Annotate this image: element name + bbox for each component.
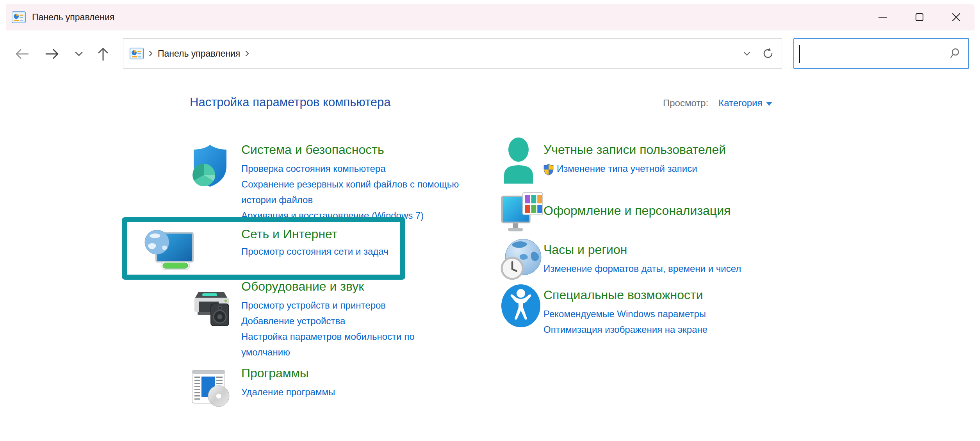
category-text-block: Учетные записи пользователейИзменение ти…	[543, 141, 726, 184]
task-link[interactable]: Оптимизация изображения на экране	[543, 322, 707, 337]
category-link-row: Оптимизация изображения на экране	[543, 322, 707, 337]
category-link-row: Просмотр устройств и принтеров	[241, 298, 460, 313]
control-panel-window: { "window": { "title": "Панель управлени…	[0, 0, 980, 441]
task-link[interactable]: Изменение форматов даты, времени и чисел	[543, 261, 741, 277]
breadcrumb-location[interactable]: Панель управления	[158, 48, 240, 59]
back-button[interactable]	[13, 45, 30, 62]
close-icon	[951, 12, 961, 22]
category-section-clock-region: Часы и регионИзменение форматов даты, вр…	[501, 238, 741, 280]
category-links: Изменение типа учетной записи	[543, 161, 726, 177]
user-silhouette-icon[interactable]	[501, 137, 543, 184]
category-section-user-accounts: Учетные записи пользователейИзменение ти…	[501, 141, 726, 184]
breadcrumb-chevron-icon[interactable]	[148, 49, 154, 58]
category-title-network-internet[interactable]: Сеть и Интернет	[241, 226, 388, 242]
category-links: Изменение форматов даты, времени и чисел	[543, 261, 741, 277]
accessibility-icon[interactable]	[501, 284, 543, 337]
search-icon[interactable]	[949, 48, 960, 59]
refresh-icon	[761, 47, 775, 60]
monitor-palette-icon[interactable]	[501, 191, 543, 234]
close-button[interactable]	[938, 4, 975, 30]
category-title-appearance-personalization[interactable]: Оформление и персонализация	[543, 202, 731, 219]
view-by-value: Категория	[718, 98, 762, 109]
category-section-network-internet: Сеть и ИнтернетПросмотр состояния сети и…	[144, 226, 388, 270]
minimize-icon	[878, 17, 887, 18]
control-panel-icon	[130, 48, 144, 59]
category-text-block: Оборудование и звукПросмотр устройств и …	[241, 278, 460, 360]
category-links: Просмотр устройств и принтеровДобавление…	[241, 298, 460, 360]
window-controls	[864, 4, 975, 30]
category-text-block: ПрограммыУдаление программы	[241, 365, 335, 409]
category-links: Просмотр состояния сети и задач	[241, 244, 388, 259]
category-title-programs[interactable]: Программы	[241, 365, 335, 381]
category-text-block: Часы и регионИзменение форматов даты, вр…	[543, 238, 741, 280]
task-link[interactable]: Рекомендуемые Windows параметры	[543, 306, 706, 322]
category-link-row: Настройка параметров мобильности по умол…	[241, 329, 460, 360]
view-by-control: Просмотр: Категория	[663, 98, 772, 109]
previous-locations-button[interactable]	[736, 43, 757, 64]
maximize-button[interactable]	[901, 4, 938, 30]
network-globe-icon[interactable]	[144, 226, 241, 270]
category-title-hardware-sound[interactable]: Оборудование и звук	[241, 278, 460, 295]
category-text-block: Специальные возможностиРекомендуемые Win…	[543, 284, 707, 337]
category-links: Удаление программы	[241, 384, 335, 400]
breadcrumb-chevron-icon[interactable]	[244, 49, 250, 58]
control-panel-icon	[12, 11, 26, 23]
category-section-system-security: Система и безопасностьПроверка состояния…	[191, 141, 460, 223]
category-title-system-security[interactable]: Система и безопасность	[241, 141, 460, 158]
category-link-row: Проверка состояния компьютера	[241, 161, 460, 177]
category-links: Проверка состояния компьютераСохранение …	[241, 161, 460, 223]
category-links: Рекомендуемые Windows параметрыОптимизац…	[543, 306, 707, 337]
task-link[interactable]: Добавление устройства	[241, 313, 345, 329]
category-link-row: Изменение форматов даты, времени и чисел	[543, 261, 741, 277]
task-link[interactable]: Удаление программы	[241, 384, 335, 400]
forward-button[interactable]	[44, 45, 61, 62]
printer-speaker-icon[interactable]	[191, 278, 241, 360]
category-title-ease-of-access[interactable]: Специальные возможности	[543, 287, 707, 303]
view-by-dropdown[interactable]: Категория	[718, 98, 772, 109]
globe-clock-icon[interactable]	[501, 238, 543, 280]
search-input[interactable]	[794, 39, 949, 68]
programs-cd-icon[interactable]	[191, 365, 241, 409]
refresh-button[interactable]	[757, 43, 779, 64]
titlebar: Панель управления	[6, 4, 975, 30]
text-caret	[799, 45, 800, 63]
maximize-icon	[916, 13, 923, 21]
window-title: Панель управления	[32, 12, 114, 23]
view-by-label: Просмотр:	[663, 98, 708, 109]
uac-shield-icon	[543, 164, 554, 175]
page-title: Настройка параметров компьютера	[190, 95, 391, 109]
dropdown-arrow-icon	[766, 102, 772, 106]
search-box	[793, 38, 969, 69]
up-arrow-icon	[94, 45, 112, 62]
category-link-row: Сохранение резервных копий файлов с помо…	[241, 177, 460, 208]
category-section-appearance-personalization: Оформление и персонализация	[501, 191, 731, 234]
category-title-user-accounts[interactable]: Учетные записи пользователей	[543, 141, 726, 158]
category-section-ease-of-access: Специальные возможностиРекомендуемые Win…	[501, 284, 707, 337]
category-title-clock-region[interactable]: Часы и регион	[543, 241, 741, 258]
category-section-hardware-sound: Оборудование и звукПросмотр устройств и …	[191, 278, 460, 360]
back-arrow-icon	[13, 45, 30, 62]
chevron-down-icon	[73, 48, 85, 60]
category-link-row: Удаление программы	[241, 384, 335, 400]
chevron-down-icon	[741, 48, 752, 59]
category-link-row: Рекомендуемые Windows параметры	[543, 306, 707, 322]
task-link[interactable]: Настройка параметров мобильности по умол…	[241, 329, 460, 360]
task-link[interactable]: Просмотр состояния сети и задач	[241, 244, 388, 259]
category-section-programs: ПрограммыУдаление программы	[191, 365, 335, 409]
task-link[interactable]: Изменение типа учетной записи	[557, 161, 697, 177]
category-link-row: Добавление устройства	[241, 313, 460, 329]
recent-locations-button[interactable]	[70, 45, 87, 62]
address-bar-actions	[736, 43, 782, 64]
category-text-block: Система и безопасностьПроверка состояния…	[241, 141, 460, 223]
shield-pie-icon[interactable]	[191, 141, 241, 223]
up-button[interactable]	[94, 45, 112, 62]
highlight-annotation-box: Сеть и ИнтернетПросмотр состояния сети и…	[122, 217, 405, 280]
category-text-block: Оформление и персонализация	[543, 191, 731, 234]
category-link-row: Просмотр состояния сети и задач	[241, 244, 388, 259]
task-link[interactable]: Сохранение резервных копий файлов с помо…	[241, 177, 460, 208]
minimize-button[interactable]	[864, 4, 901, 30]
forward-arrow-icon	[44, 45, 61, 62]
address-bar[interactable]: Панель управления	[123, 38, 782, 69]
task-link[interactable]: Просмотр устройств и принтеров	[241, 298, 386, 313]
task-link[interactable]: Проверка состояния компьютера	[241, 161, 386, 177]
